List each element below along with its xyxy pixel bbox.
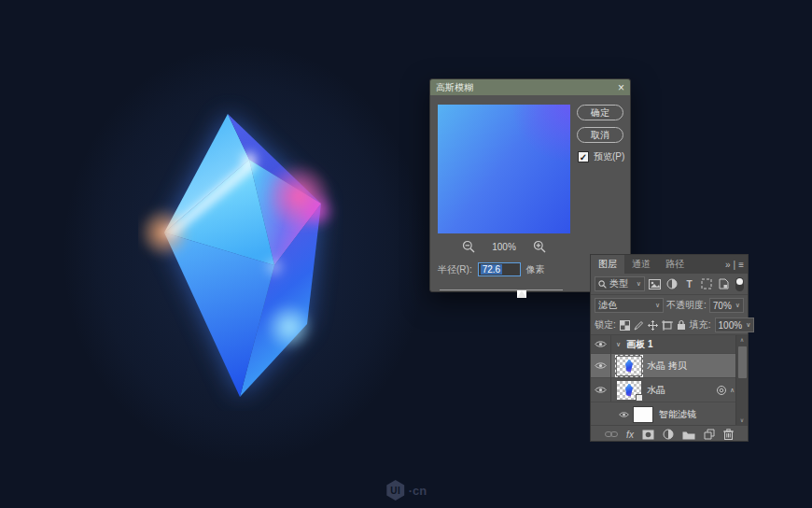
delete-layer-icon[interactable] [723,429,734,440]
tab-layers[interactable]: 图层 [591,255,624,274]
dialog-titlebar[interactable]: 高斯模糊 × [430,79,630,95]
toggle-dot [736,278,743,285]
layer-row-crystal-copy[interactable]: 水晶 拷贝 [591,354,748,378]
layer-row-artboard[interactable]: ∨ 画板 1 [591,335,748,354]
radius-unit-label: 像素 [526,263,545,276]
filter-shape-layers-icon[interactable] [700,277,713,291]
dialog-title: 高斯模糊 [436,81,618,94]
tab-channels[interactable]: 通道 [624,255,658,274]
layer-name[interactable]: 水晶 拷贝 [647,360,687,373]
footer: UI ·cn [0,480,812,501]
preview-gradient-overlay [438,105,570,233]
radius-slider[interactable] [440,287,563,298]
chevron-down-icon: ∨ [746,321,750,329]
ok-button[interactable]: 确定 [577,105,623,120]
crystal-artwork [138,93,343,411]
smart-object-badge-icon [636,394,643,402]
tab-divider: | [734,260,736,270]
scroll-up-icon[interactable]: ∧ [740,335,744,345]
close-icon[interactable]: × [618,82,624,93]
visibility-toggle[interactable] [591,378,611,402]
visibility-toggle[interactable] [591,335,611,353]
layers-list: ∨ 画板 1 水晶 拷贝 水晶 ∧ [591,335,748,425]
layers-panel: 图层 通道 路径 » | ≡ 类型 ∨ T [590,254,749,442]
collapse-filters-icon[interactable]: ∧ [730,387,735,394]
lock-image-pixels-icon[interactable] [634,320,644,331]
thumbnail-gem [625,360,633,373]
scroll-down-icon[interactable]: ∨ [740,416,744,425]
scrollbar-thumb[interactable] [738,346,747,378]
layer-thumbnail[interactable] [617,357,641,375]
filter-type-layers-icon[interactable]: T [682,277,695,291]
new-layer-icon[interactable] [704,429,715,440]
preview-checkbox[interactable]: ✓ [578,151,589,162]
filter-type-label: 类型 [609,277,628,290]
opacity-label: 不透明度: [666,299,707,312]
filter-type-select[interactable]: 类型 ∨ [595,276,645,291]
filter-toggle-switch[interactable] [735,277,744,291]
layer-style-icon[interactable]: fx [626,430,634,440]
logo-suffix: ·cn [409,484,427,498]
fill-value: 100% [719,320,743,331]
slider-thumb[interactable] [517,290,526,298]
crystal-illustration [138,93,343,411]
opacity-value: 70% [713,301,732,311]
add-adjustment-layer-icon[interactable] [663,429,674,440]
blend-mode-row: 滤色 ∨ 不透明度: 70% ∨ [591,295,748,316]
chevron-down-icon: ∨ [735,302,740,309]
smart-filter-icon[interactable] [716,385,727,396]
thumbnail-gem [625,384,633,397]
layer-row-crystal[interactable]: 水晶 ∧ [591,378,748,402]
panel-tab-bar: 图层 通道 路径 » | ≡ [591,255,748,274]
slider-track[interactable] [440,289,563,290]
lock-row: 锁定: 填充: 100% ∨ [591,316,748,335]
lock-label: 锁定: [595,318,616,332]
lock-artboard-icon[interactable] [662,320,673,331]
layer-name[interactable]: 画板 1 [626,338,652,351]
zoom-out-icon[interactable] [462,240,475,253]
zoom-level: 100% [492,242,516,252]
layer-row-smart-filters[interactable]: 智能滤镜 [591,402,748,425]
chevron-down-icon: ∨ [655,302,660,309]
eye-icon [595,386,607,394]
layer-filter-row: 类型 ∨ T [591,274,748,295]
layer-name[interactable]: 水晶 [647,384,665,397]
eye-icon[interactable] [619,411,629,418]
eye-icon [595,340,607,348]
chevron-down-icon: ∨ [637,280,641,288]
filter-adjustment-layers-icon[interactable] [665,277,679,291]
eye-icon [595,361,607,370]
layers-scrollbar[interactable]: ∧ ∨ [735,335,748,425]
layers-bottom-bar: fx [591,425,748,443]
tab-paths[interactable]: 路径 [658,255,692,274]
radius-value: 72.6 [481,264,502,275]
blend-mode-select[interactable]: 滤色 ∨ [595,298,664,313]
zoom-in-icon[interactable] [533,240,546,253]
filter-mask-thumbnail[interactable] [633,406,653,423]
fill-label: 填充: [690,318,711,332]
filter-pixel-layers-icon[interactable] [649,277,662,291]
logo-text: UI [390,486,400,496]
preview-label: 预览(P) [594,150,624,163]
group-expand-icon[interactable]: ∨ [616,341,621,348]
radius-label: 半径(R): [438,263,472,276]
fill-select[interactable]: 100% ∨ [715,318,755,332]
layer-name[interactable]: 智能滤镜 [659,408,696,421]
lock-transparent-pixels-icon[interactable] [620,320,630,331]
lock-position-icon[interactable] [648,320,658,331]
radius-input[interactable]: 72.6 [478,262,521,276]
new-group-icon[interactable] [682,430,695,440]
search-icon [598,280,607,289]
layer-thumbnail[interactable] [617,381,641,400]
opacity-select[interactable]: 70% ∨ [709,298,744,313]
link-layers-icon[interactable] [605,430,618,438]
collapse-panel-icon[interactable]: » [725,260,731,270]
add-layer-mask-icon[interactable] [642,430,654,440]
panel-menu-icon[interactable]: ≡ [738,260,744,270]
filter-smart-object-icon[interactable] [717,277,730,291]
lock-all-icon[interactable] [677,319,686,331]
ui-cn-logo-icon: UI [385,480,406,501]
cancel-button[interactable]: 取消 [577,127,623,143]
visibility-toggle[interactable] [591,354,611,377]
blur-preview[interactable] [438,105,570,233]
